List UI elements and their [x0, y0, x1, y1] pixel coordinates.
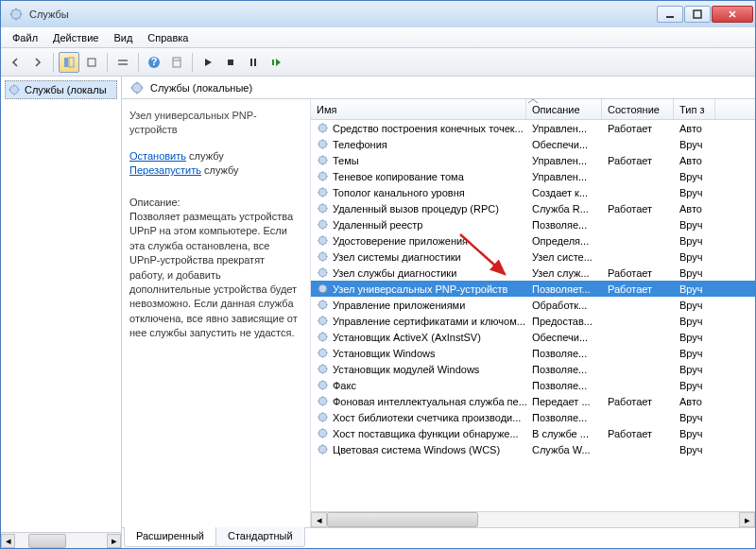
service-row[interactable]: Управление приложениямиОбработк...Вруч — [311, 297, 755, 313]
cell-state: Работает — [602, 266, 674, 280]
cell-type: Вруч — [674, 411, 715, 424]
properties-button[interactable] — [112, 52, 133, 73]
start-button[interactable] — [198, 52, 218, 73]
service-row[interactable]: Цветовая система Windows (WCS)Служба W..… — [311, 441, 755, 457]
cell-type: Авто — [674, 395, 715, 408]
col-name[interactable]: Имя — [311, 99, 526, 119]
forward-button[interactable] — [27, 52, 48, 73]
svg-rect-1 — [666, 16, 674, 18]
cell-name: Хост поставщика функции обнаруже... — [311, 426, 526, 440]
service-row[interactable]: Установщик ActiveX (AxInstSV)Обеспечи...… — [311, 329, 755, 345]
window-title: Службы — [29, 9, 657, 20]
service-row[interactable]: Фоновая интеллектуальная служба пе...Пер… — [311, 393, 755, 409]
cell-name: Телефония — [311, 137, 526, 151]
cell-state — [602, 369, 674, 370]
sort-indicator-icon — [527, 99, 539, 100]
cell-state: Работает — [602, 427, 674, 440]
cell-desc: Предостав... — [526, 315, 602, 328]
minimize-button[interactable] — [657, 6, 683, 23]
cell-desc: В службе ... — [526, 427, 602, 440]
show-tree-button[interactable] — [59, 52, 79, 73]
cell-type: Вруч — [674, 363, 715, 376]
cell-type: Вруч — [674, 443, 715, 456]
left-pane: Службы (локалы ◂▸ — [1, 77, 122, 548]
maximize-button[interactable] — [684, 6, 711, 23]
service-row[interactable]: Узел системы диагностикиУзел систе...Вру… — [311, 249, 755, 265]
stop-button[interactable] — [220, 52, 241, 73]
svg-rect-10 — [173, 58, 180, 67]
menu-file[interactable]: Файл — [5, 29, 45, 46]
cell-name: Узел системы диагностики — [311, 249, 526, 264]
app-icon — [9, 7, 24, 22]
service-row[interactable]: Установщик модулей WindowsПозволяе...Вру… — [311, 361, 755, 377]
service-row[interactable]: ТемыУправлен...РаботаетАвто — [311, 152, 755, 168]
cell-desc: Передает ... — [526, 395, 602, 408]
selected-service-title: Узел универсальных PNP-устройств — [129, 109, 302, 138]
cell-state — [602, 385, 674, 386]
cell-type: Авто — [674, 202, 715, 215]
service-row[interactable]: Управление сертификатами и ключом...Пред… — [311, 313, 755, 329]
menu-help[interactable]: Справка — [140, 29, 196, 46]
cell-name: Хост библиотеки счетчика производи... — [311, 410, 526, 424]
service-row[interactable]: Узел универсальных PNP-устройствПозволяе… — [311, 281, 755, 297]
description-text: Позволяет размещать устройства UPnP на э… — [129, 210, 302, 341]
cell-state — [602, 417, 674, 419]
service-row[interactable]: ФаксПозволяе...Вруч — [311, 377, 755, 393]
close-button[interactable] — [712, 6, 753, 23]
menu-view[interactable]: Вид — [106, 29, 140, 46]
cell-type: Вруч — [674, 218, 715, 232]
cell-type: Вруч — [674, 138, 715, 151]
cell-name: Факс — [311, 378, 526, 392]
cell-name: Установщик ActiveX (AxInstSV) — [311, 330, 526, 344]
service-row[interactable]: Тополог канального уровняСоздает к...Вру… — [311, 184, 755, 200]
cell-state: Работает — [602, 154, 674, 167]
services-window: Службы Файл Действие Вид Справка ? — [0, 0, 756, 549]
restart-button[interactable] — [266, 52, 286, 73]
service-row[interactable]: Средство построения конечных точек...Упр… — [311, 120, 755, 136]
stop-link[interactable]: Остановить — [129, 150, 186, 162]
tree-view[interactable]: Службы (локалы — [1, 77, 121, 532]
cell-name: Цветовая система Windows (WCS) — [311, 442, 526, 456]
cell-desc: Позволяе... — [526, 347, 602, 360]
pause-button[interactable] — [243, 52, 264, 73]
service-row[interactable]: Удостоверение приложенияОпределя...Вруч — [311, 232, 755, 249]
cell-desc: Служба W... — [526, 443, 602, 456]
svg-rect-11 — [228, 60, 233, 65]
list-hscroll[interactable]: ◂▸ — [311, 511, 755, 527]
cell-state — [602, 144, 674, 146]
service-row[interactable]: ТелефонияОбеспечи...Вруч — [311, 136, 755, 152]
service-row[interactable]: Установщик WindowsПозволяе...Вруч — [311, 345, 755, 361]
col-state[interactable]: Состояние — [602, 99, 674, 119]
left-hscroll[interactable]: ◂▸ — [1, 532, 121, 548]
tab-standard[interactable]: Стандартный — [215, 527, 305, 547]
tree-root[interactable]: Службы (локалы — [5, 80, 117, 99]
service-row[interactable]: Удаленный реестрПозволяе...Вруч — [311, 216, 755, 232]
cell-state: Работает — [602, 395, 674, 408]
menu-action[interactable]: Действие — [45, 29, 106, 46]
svg-point-16 — [132, 83, 142, 93]
export-button[interactable] — [81, 52, 102, 73]
svg-rect-6 — [118, 60, 128, 61]
help-button[interactable]: ? — [144, 52, 164, 73]
service-row[interactable]: Хост поставщика функции обнаруже...В слу… — [311, 425, 755, 441]
cell-name: Удостоверение приложения — [311, 233, 526, 248]
cell-type: Вруч — [674, 347, 715, 360]
col-type[interactable]: Тип з — [674, 99, 715, 119]
cell-state — [602, 320, 674, 322]
service-row[interactable]: Узел службы диагностикиУзел служ...Работ… — [311, 265, 755, 281]
refresh-button[interactable] — [166, 52, 187, 73]
right-header: Службы (локальные) — [122, 77, 755, 99]
cell-type: Вруч — [674, 266, 715, 280]
restart-link[interactable]: Перезапустить — [129, 164, 201, 176]
cell-type: Вруч — [674, 186, 715, 199]
back-button[interactable] — [5, 52, 26, 73]
cell-state — [602, 240, 674, 242]
service-row[interactable]: Теневое копирование томаУправлен...Вруч — [311, 168, 755, 184]
cell-desc: Обеспечи... — [526, 138, 602, 151]
service-row[interactable]: Хост библиотеки счетчика производи...Поз… — [311, 409, 755, 425]
cell-name: Удаленный реестр — [311, 217, 526, 232]
service-row[interactable]: Удаленный вызов процедур (RPC)Служба R..… — [311, 200, 755, 216]
titlebar[interactable]: Службы — [1, 1, 755, 27]
tab-extended[interactable]: Расширенный — [124, 527, 216, 547]
svg-rect-3 — [64, 58, 68, 67]
